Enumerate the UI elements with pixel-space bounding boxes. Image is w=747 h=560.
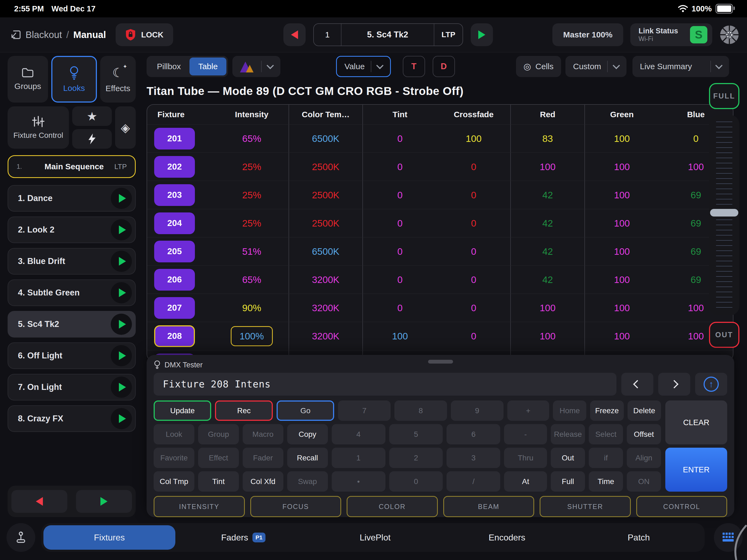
value-cell[interactable]: 0 [363, 209, 437, 237]
page-back-button[interactable] [11, 490, 67, 513]
sequence-item[interactable]: 7. On Light [8, 374, 136, 400]
value-mode-dropdown[interactable]: Value [336, 56, 391, 77]
value-cell[interactable]: 100 [437, 125, 511, 153]
key-on[interactable]: ON [627, 471, 661, 491]
value-cell[interactable]: 100 [585, 294, 659, 322]
breadcrumb[interactable]: Blackout / Manual [10, 17, 106, 52]
table-tab[interactable]: Table [189, 57, 226, 75]
palette-focus[interactable]: FOCUS [250, 496, 341, 517]
fixture-chip[interactable]: 203 [154, 184, 195, 206]
out-button[interactable]: OUT [709, 322, 739, 348]
lock-button[interactable]: LOCK [115, 23, 173, 46]
value-cell[interactable]: 42 [511, 181, 585, 209]
palette-shutter[interactable]: SHUTTER [540, 496, 631, 517]
key-dot[interactable]: - [504, 424, 547, 445]
value-cell[interactable]: 65% [215, 125, 289, 153]
value-cell[interactable]: 65% [215, 266, 289, 294]
nav-item-fixtures[interactable]: Fixtures [44, 525, 175, 550]
command-line-input[interactable]: Fixture 208 Intens [154, 373, 616, 396]
play-button[interactable] [111, 377, 132, 398]
value-cell[interactable]: 25% [215, 209, 289, 237]
value-cell[interactable]: 25% [215, 181, 289, 209]
clear-button[interactable]: CLEAR [665, 400, 727, 445]
value-cell[interactable]: 100 [585, 153, 659, 181]
value-cell[interactable]: 42 [511, 209, 585, 237]
fixture-chip[interactable]: 206 [154, 269, 195, 291]
effect-stack-button[interactable]: ◈ [115, 106, 136, 149]
key-tint[interactable]: Tint [198, 471, 239, 491]
key-6[interactable]: 6 [446, 424, 500, 445]
send-command-button[interactable]: ↑ [695, 373, 727, 396]
sidebar-tab-groups[interactable]: Groups [8, 56, 48, 103]
fixture-chip[interactable]: 207 [154, 297, 195, 319]
value-cell[interactable]: 25% [215, 153, 289, 181]
value-cell[interactable]: 2500K [289, 153, 363, 181]
value-cell[interactable]: 100 [511, 294, 585, 322]
key-rec[interactable]: Rec [215, 400, 273, 421]
value-cell[interactable]: 100 [585, 266, 659, 294]
play-button[interactable] [111, 314, 132, 335]
value-cell[interactable]: 100 [585, 181, 659, 209]
sequence-item[interactable]: 1. Dance [8, 185, 136, 212]
sequence-item[interactable]: 6. Off Light [8, 342, 136, 369]
cue-back-button[interactable] [283, 23, 306, 46]
sequence-item[interactable]: 5. Sc4 Tk2 [8, 311, 136, 338]
value-cell[interactable]: 42 [511, 237, 585, 265]
value-cell[interactable]: 3200K [289, 266, 363, 294]
cue-display[interactable]: 1 5. Sc4 Tk2 LTP [313, 23, 463, 46]
d-filter-button[interactable]: D [433, 56, 455, 77]
play-button[interactable] [111, 345, 132, 366]
value-cell[interactable]: 0 [363, 237, 437, 265]
fixture-type-dropdown[interactable] [232, 56, 280, 77]
value-cell[interactable]: 100 [511, 153, 585, 181]
key-col-xfd[interactable]: Col Xfd [243, 471, 283, 491]
key-dot[interactable]: + [507, 400, 549, 421]
key-look[interactable]: Look [154, 424, 195, 445]
key-if[interactable]: if [589, 448, 623, 468]
master-level-button[interactable]: Master 100% [552, 23, 623, 46]
palette-control[interactable]: CONTROL [636, 496, 727, 517]
key-delete[interactable]: Delete [627, 400, 661, 421]
value-cell[interactable]: 100 [585, 237, 659, 265]
key-freeze[interactable]: Freeze [590, 400, 623, 421]
key-2[interactable]: 2 [389, 448, 443, 468]
value-cell[interactable]: 100 [585, 125, 659, 153]
key-at[interactable]: At [504, 471, 547, 491]
value-cell[interactable]: 3200K [289, 294, 363, 322]
history-back-button[interactable] [621, 373, 653, 396]
value-cell[interactable]: 0 [437, 294, 511, 322]
key-5[interactable]: 5 [389, 424, 443, 445]
nav-item-patch[interactable]: Patch [573, 523, 705, 552]
pillbox-tab[interactable]: Pillbox [148, 57, 189, 75]
value-cell[interactable]: 100 [585, 322, 659, 350]
key-swap[interactable]: Swap [287, 471, 328, 491]
key-recall[interactable]: Recall [287, 448, 328, 468]
key-group[interactable]: Group [198, 424, 239, 445]
value-cell[interactable]: 100 [363, 322, 437, 350]
key-time[interactable]: Time [589, 471, 623, 491]
fixture-chip[interactable]: 202 [154, 156, 195, 178]
fader-track[interactable] [709, 115, 739, 315]
fader-handle[interactable] [710, 209, 738, 216]
value-cell[interactable]: 6500K [289, 237, 363, 265]
sequence-item[interactable]: 8. Crazy FX [8, 405, 136, 432]
key-update[interactable]: Update [154, 400, 211, 421]
key-4[interactable]: 4 [332, 424, 385, 445]
value-cell[interactable]: 2500K [289, 181, 363, 209]
joystick-button[interactable] [6, 523, 35, 552]
key-effect[interactable]: Effect [198, 448, 239, 468]
history-forward-button[interactable] [658, 373, 690, 396]
play-button[interactable] [111, 408, 132, 429]
key-favorite[interactable]: Favorite [154, 448, 195, 468]
sequence-header[interactable]: 1. Main Sequence LTP [8, 155, 136, 178]
key-fader[interactable]: Fader [243, 448, 283, 468]
key-offset[interactable]: Offset [627, 424, 661, 445]
value-cell[interactable]: 0 [363, 266, 437, 294]
value-cell[interactable]: 100% [215, 322, 289, 350]
cue-forward-button[interactable] [471, 23, 493, 46]
enter-button[interactable]: ENTER [665, 448, 727, 491]
key-3[interactable]: 3 [446, 448, 500, 468]
sidebar-tab-looks[interactable]: Looks [51, 56, 97, 103]
fixture-chip[interactable]: 205 [154, 241, 195, 262]
nav-item-encoders[interactable]: Encoders [441, 523, 573, 552]
